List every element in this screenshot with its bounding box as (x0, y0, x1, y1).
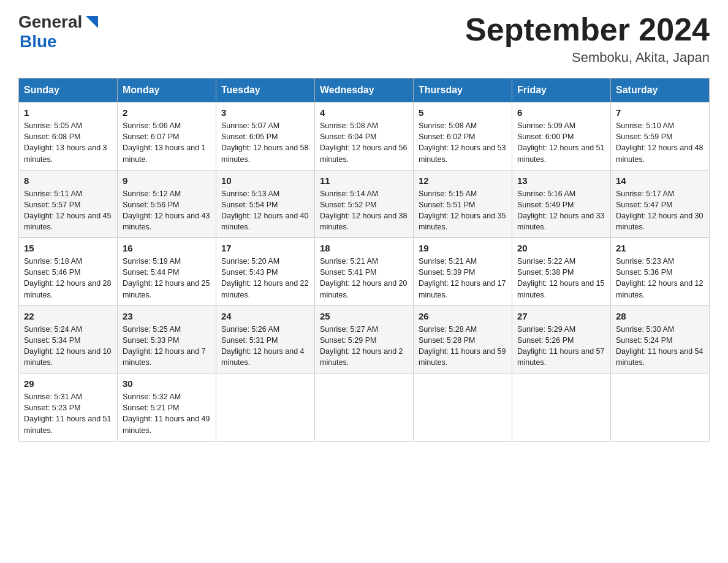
calendar-cell: 4Sunrise: 5:08 AMSunset: 6:04 PMDaylight… (315, 102, 414, 170)
day-number: 11 (320, 175, 408, 186)
day-number: 24 (221, 311, 309, 321)
svg-marker-0 (86, 16, 98, 28)
day-info: Sunrise: 5:06 AMSunset: 6:07 PMDaylight:… (123, 120, 211, 165)
day-info: Sunrise: 5:05 AMSunset: 6:08 PMDaylight:… (24, 120, 112, 165)
calendar-cell: 24Sunrise: 5:26 AMSunset: 5:31 PMDayligh… (216, 305, 315, 373)
day-info: Sunrise: 5:14 AMSunset: 5:52 PMDaylight:… (320, 188, 408, 233)
day-info: Sunrise: 5:09 AMSunset: 6:00 PMDaylight:… (517, 120, 605, 165)
title-block: September 2024 Semboku, Akita, Japan (465, 12, 710, 66)
calendar-cell: 18Sunrise: 5:21 AMSunset: 5:41 PMDayligh… (315, 238, 414, 306)
day-info: Sunrise: 5:27 AMSunset: 5:29 PMDaylight:… (320, 324, 408, 369)
calendar-cell: 27Sunrise: 5:29 AMSunset: 5:26 PMDayligh… (512, 305, 611, 373)
calendar-header-saturday: Saturday (611, 79, 710, 102)
calendar-header-sunday: Sunday (19, 79, 118, 102)
day-number: 4 (320, 107, 408, 118)
day-info: Sunrise: 5:24 AMSunset: 5:34 PMDaylight:… (24, 324, 112, 369)
month-title: September 2024 (465, 12, 710, 47)
calendar-cell: 2Sunrise: 5:06 AMSunset: 6:07 PMDaylight… (118, 102, 216, 170)
day-number: 26 (419, 311, 507, 321)
calendar-header-friday: Friday (512, 79, 611, 102)
calendar-cell: 20Sunrise: 5:22 AMSunset: 5:38 PMDayligh… (512, 238, 611, 306)
day-info: Sunrise: 5:21 AMSunset: 5:39 PMDaylight:… (419, 256, 507, 301)
logo: General Blue (18, 12, 100, 52)
calendar-cell: 7Sunrise: 5:10 AMSunset: 5:59 PMDaylight… (611, 102, 710, 170)
calendar-cell: 26Sunrise: 5:28 AMSunset: 5:28 PMDayligh… (414, 305, 512, 373)
day-number: 30 (123, 378, 211, 389)
day-info: Sunrise: 5:30 AMSunset: 5:24 PMDaylight:… (616, 324, 704, 369)
calendar-cell (216, 373, 315, 442)
day-info: Sunrise: 5:20 AMSunset: 5:43 PMDaylight:… (221, 256, 309, 301)
calendar-week-row: 15Sunrise: 5:18 AMSunset: 5:46 PMDayligh… (19, 238, 710, 306)
calendar-cell: 6Sunrise: 5:09 AMSunset: 6:00 PMDaylight… (512, 102, 611, 170)
day-info: Sunrise: 5:13 AMSunset: 5:54 PMDaylight:… (221, 188, 309, 233)
calendar-cell: 19Sunrise: 5:21 AMSunset: 5:39 PMDayligh… (414, 238, 512, 306)
day-number: 9 (123, 175, 211, 186)
calendar-week-row: 8Sunrise: 5:11 AMSunset: 5:57 PMDaylight… (19, 170, 710, 238)
calendar-cell: 13Sunrise: 5:16 AMSunset: 5:49 PMDayligh… (512, 170, 611, 238)
day-number: 2 (123, 107, 211, 118)
calendar-cell (512, 373, 611, 442)
calendar-week-row: 29Sunrise: 5:31 AMSunset: 5:23 PMDayligh… (19, 373, 710, 442)
calendar-week-row: 22Sunrise: 5:24 AMSunset: 5:34 PMDayligh… (19, 305, 710, 373)
calendar-cell: 25Sunrise: 5:27 AMSunset: 5:29 PMDayligh… (315, 305, 414, 373)
location-title: Semboku, Akita, Japan (465, 50, 710, 66)
day-number: 5 (419, 107, 507, 118)
day-info: Sunrise: 5:07 AMSunset: 6:05 PMDaylight:… (221, 120, 309, 165)
calendar-header-thursday: Thursday (414, 79, 512, 102)
day-number: 10 (221, 175, 309, 186)
day-number: 3 (221, 107, 309, 118)
day-info: Sunrise: 5:12 AMSunset: 5:56 PMDaylight:… (123, 188, 211, 233)
calendar-cell: 12Sunrise: 5:15 AMSunset: 5:51 PMDayligh… (414, 170, 512, 238)
day-number: 27 (517, 311, 605, 321)
day-number: 12 (419, 175, 507, 186)
day-number: 17 (221, 243, 309, 253)
day-number: 8 (24, 175, 112, 186)
day-number: 23 (123, 311, 211, 321)
day-number: 29 (24, 378, 112, 389)
calendar-cell: 16Sunrise: 5:19 AMSunset: 5:44 PMDayligh… (118, 238, 216, 306)
day-info: Sunrise: 5:08 AMSunset: 6:02 PMDaylight:… (419, 120, 507, 165)
day-number: 13 (517, 175, 605, 186)
day-info: Sunrise: 5:29 AMSunset: 5:26 PMDaylight:… (517, 324, 605, 369)
day-info: Sunrise: 5:23 AMSunset: 5:36 PMDaylight:… (616, 256, 704, 301)
calendar-cell (414, 373, 512, 442)
calendar-cell: 10Sunrise: 5:13 AMSunset: 5:54 PMDayligh… (216, 170, 315, 238)
calendar-cell (315, 373, 414, 442)
day-number: 1 (24, 107, 112, 118)
day-number: 25 (320, 311, 408, 321)
day-info: Sunrise: 5:26 AMSunset: 5:31 PMDaylight:… (221, 324, 309, 369)
calendar-week-row: 1Sunrise: 5:05 AMSunset: 6:08 PMDaylight… (19, 102, 710, 170)
calendar-cell: 1Sunrise: 5:05 AMSunset: 6:08 PMDaylight… (19, 102, 118, 170)
calendar-header-tuesday: Tuesday (216, 79, 315, 102)
day-number: 20 (517, 243, 605, 253)
day-number: 15 (24, 243, 112, 253)
day-number: 7 (616, 107, 704, 118)
calendar-header-wednesday: Wednesday (315, 79, 414, 102)
calendar-cell: 28Sunrise: 5:30 AMSunset: 5:24 PMDayligh… (611, 305, 710, 373)
day-number: 19 (419, 243, 507, 253)
day-info: Sunrise: 5:11 AMSunset: 5:57 PMDaylight:… (24, 188, 112, 233)
day-info: Sunrise: 5:22 AMSunset: 5:38 PMDaylight:… (517, 256, 605, 301)
day-info: Sunrise: 5:16 AMSunset: 5:49 PMDaylight:… (517, 188, 605, 233)
day-info: Sunrise: 5:31 AMSunset: 5:23 PMDaylight:… (24, 391, 112, 436)
logo-general: General (18, 12, 82, 32)
day-info: Sunrise: 5:10 AMSunset: 5:59 PMDaylight:… (616, 120, 704, 165)
calendar-cell: 3Sunrise: 5:07 AMSunset: 6:05 PMDaylight… (216, 102, 315, 170)
calendar-cell: 17Sunrise: 5:20 AMSunset: 5:43 PMDayligh… (216, 238, 315, 306)
day-number: 6 (517, 107, 605, 118)
calendar-cell: 30Sunrise: 5:32 AMSunset: 5:21 PMDayligh… (118, 373, 216, 442)
calendar-cell: 8Sunrise: 5:11 AMSunset: 5:57 PMDaylight… (19, 170, 118, 238)
logo-blue: Blue (20, 32, 57, 51)
calendar-header-row: SundayMondayTuesdayWednesdayThursdayFrid… (19, 79, 710, 102)
day-info: Sunrise: 5:08 AMSunset: 6:04 PMDaylight:… (320, 120, 408, 165)
day-info: Sunrise: 5:28 AMSunset: 5:28 PMDaylight:… (419, 324, 507, 369)
day-info: Sunrise: 5:32 AMSunset: 5:21 PMDaylight:… (123, 391, 211, 436)
calendar-table: SundayMondayTuesdayWednesdayThursdayFrid… (18, 78, 710, 442)
calendar-cell: 22Sunrise: 5:24 AMSunset: 5:34 PMDayligh… (19, 305, 118, 373)
day-info: Sunrise: 5:18 AMSunset: 5:46 PMDaylight:… (24, 256, 112, 301)
calendar-cell: 14Sunrise: 5:17 AMSunset: 5:47 PMDayligh… (611, 170, 710, 238)
calendar-cell: 5Sunrise: 5:08 AMSunset: 6:02 PMDaylight… (414, 102, 512, 170)
calendar-cell: 23Sunrise: 5:25 AMSunset: 5:33 PMDayligh… (118, 305, 216, 373)
day-info: Sunrise: 5:21 AMSunset: 5:41 PMDaylight:… (320, 256, 408, 301)
day-info: Sunrise: 5:19 AMSunset: 5:44 PMDaylight:… (123, 256, 211, 301)
